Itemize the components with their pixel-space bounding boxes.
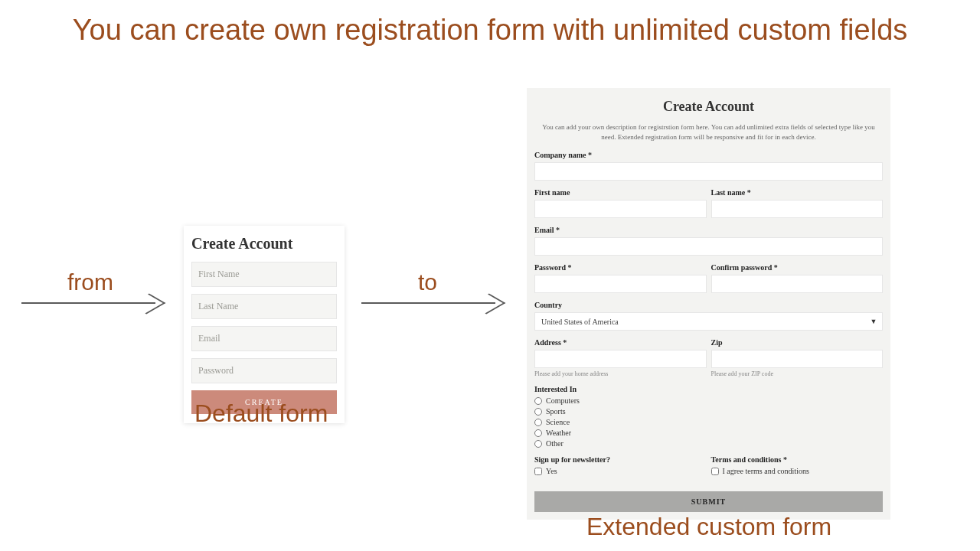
email-label: Email * (534, 226, 883, 234)
newsletter-label: Sign up for newsletter? (534, 455, 707, 464)
interest-option: Science (546, 418, 570, 426)
confirm-password-label: Confirm password * (711, 263, 884, 272)
country-select[interactable]: United States of America ▼ (534, 312, 883, 331)
confirm-password-input[interactable] (711, 275, 884, 293)
newsletter-option: Yes (546, 467, 557, 475)
submit-button[interactable]: SUBMIT (534, 491, 883, 512)
interest-option: Weather (546, 429, 571, 437)
to-label: to (418, 269, 437, 295)
country-label: Country (534, 301, 883, 309)
interest-radio-weather[interactable] (534, 429, 542, 437)
arrow-icon (21, 302, 155, 304)
interest-radio-other[interactable] (534, 440, 542, 448)
password-label: Password * (534, 263, 707, 272)
default-form-heading: Create Account (191, 235, 337, 253)
page-title: You can create own registration form wit… (0, 14, 980, 47)
address-hint: Please add your home address (534, 370, 707, 377)
address-label: Address * (534, 338, 707, 347)
first-name-label: First name (534, 188, 707, 197)
last-name-input[interactable] (191, 294, 337, 319)
terms-option: I agree terms and conditions (723, 467, 809, 475)
zip-input[interactable] (711, 350, 884, 368)
newsletter-checkbox[interactable] (534, 468, 542, 475)
address-input[interactable] (534, 350, 707, 368)
country-value: United States of America (541, 318, 619, 326)
chevron-down-icon: ▼ (865, 313, 882, 330)
interest-option: Other (546, 439, 564, 448)
terms-label: Terms and conditions * (711, 455, 884, 464)
first-name-input[interactable] (191, 262, 337, 287)
interest-option: Computers (546, 396, 580, 405)
company-input[interactable] (534, 162, 883, 181)
interest-radio-sports[interactable] (534, 408, 542, 416)
extended-form-description: You can add your own description for reg… (534, 122, 883, 142)
zip-hint: Please add your ZIP code (711, 370, 884, 377)
interest-radio-computers[interactable] (534, 397, 542, 405)
default-form-caption: Default form (194, 399, 328, 428)
email-input-ext[interactable] (534, 237, 883, 256)
arrow-icon (361, 302, 495, 304)
last-name-input-ext[interactable] (711, 200, 884, 218)
extended-form-heading: Create Account (534, 99, 883, 115)
terms-checkbox[interactable] (711, 468, 719, 475)
from-label: from (67, 269, 113, 295)
password-input[interactable] (191, 358, 337, 383)
last-name-label: Last name * (711, 188, 884, 197)
extended-form-caption: Extended custom form (586, 513, 831, 541)
interested-label: Interested In (534, 385, 883, 393)
email-input[interactable] (191, 326, 337, 351)
default-form-card: Create Account CREATE (184, 226, 345, 423)
interest-option: Sports (546, 407, 566, 416)
first-name-input-ext[interactable] (534, 200, 707, 218)
extended-form-card: Create Account You can add your own desc… (527, 88, 890, 520)
company-label: Company name * (534, 151, 883, 159)
zip-label: Zip (711, 338, 884, 347)
interest-radio-science[interactable] (534, 419, 542, 426)
password-input-ext[interactable] (534, 275, 707, 293)
